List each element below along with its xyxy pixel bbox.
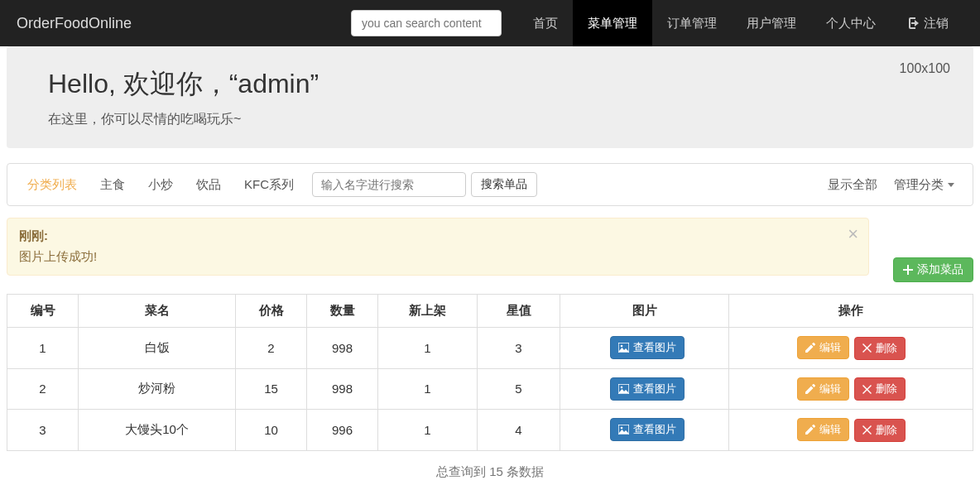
- nav-logout[interactable]: 注销: [891, 0, 963, 46]
- table-row: 2炒河粉1599815查看图片编辑删除: [7, 368, 973, 410]
- success-alert: 刚刚: 图片上传成功! ×: [7, 218, 869, 276]
- add-dish-wrap: 添加菜品: [888, 218, 973, 282]
- view-image-label: 查看图片: [633, 382, 676, 396]
- dish-table: 编号 菜名 价格 数量 新上架 星值 图片 操作 1白饭299813查看图片编辑…: [7, 294, 973, 451]
- cell-new: 1: [378, 328, 478, 369]
- cell-id: 2: [7, 368, 79, 410]
- show-all-link[interactable]: 显示全部: [819, 174, 886, 196]
- cell-price: 15: [236, 368, 307, 410]
- cell-new: 1: [378, 410, 478, 451]
- nav-user-manage[interactable]: 用户管理: [732, 0, 811, 46]
- footer-suffix: 条数据: [503, 464, 544, 478]
- add-dish-label: 添加菜品: [917, 262, 963, 277]
- tab-staple[interactable]: 主食: [90, 174, 135, 196]
- manage-category-dropdown[interactable]: 管理分类: [886, 174, 963, 196]
- cell-new: 1: [378, 368, 478, 410]
- tab-category-list[interactable]: 分类列表: [17, 174, 87, 196]
- welcome-subtitle: 在这里，你可以尽情的吃喝玩乐~: [48, 111, 932, 128]
- cell-name: 白饭: [79, 328, 236, 369]
- footer-count: 15: [489, 464, 503, 478]
- welcome-jumbotron: Hello, 欢迎你，“admin” 在这里，你可以尽情的吃喝玩乐~ 100x1…: [7, 46, 973, 148]
- table-header-row: 编号 菜名 价格 数量 新上架 星值 图片 操作: [7, 295, 973, 328]
- chevron-down-icon: [948, 183, 954, 187]
- table-row: 1白饭299813查看图片编辑删除: [7, 328, 973, 369]
- view-image-button[interactable]: 查看图片: [610, 418, 685, 441]
- edit-button[interactable]: 编辑: [797, 336, 849, 359]
- cell-ops: 编辑删除: [729, 410, 973, 451]
- tab-stirfry[interactable]: 小炒: [138, 174, 183, 196]
- cell-name: 大馒头10个: [79, 410, 236, 451]
- delete-button[interactable]: 删除: [854, 337, 906, 360]
- close-icon: [862, 343, 872, 353]
- col-ops: 操作: [729, 295, 973, 328]
- alert-close-icon[interactable]: ×: [848, 225, 858, 243]
- cell-star: 3: [478, 328, 560, 369]
- dish-search-input[interactable]: [312, 172, 466, 197]
- col-id: 编号: [7, 295, 79, 328]
- cell-image: 查看图片: [560, 410, 729, 451]
- cell-qty: 998: [307, 328, 378, 369]
- edit-button[interactable]: 编辑: [797, 377, 849, 401]
- nav-search-wrap: [351, 10, 502, 36]
- nav-home[interactable]: 首页: [518, 0, 573, 46]
- close-icon: [862, 385, 872, 394]
- edit-label: 编辑: [819, 340, 841, 355]
- close-icon: [862, 425, 872, 435]
- nav-logout-label: 注销: [924, 16, 949, 31]
- col-price: 价格: [236, 295, 307, 328]
- delete-button[interactable]: 删除: [854, 419, 906, 442]
- cell-price: 2: [236, 328, 307, 369]
- pencil-icon: [805, 384, 815, 394]
- col-name: 菜名: [79, 295, 236, 328]
- alert-line2: 图片上传成功!: [19, 249, 857, 265]
- footer-summary: 总查询到 15 条数据: [0, 451, 980, 485]
- alert-row: 刚刚: 图片上传成功! × 添加菜品: [7, 218, 973, 282]
- edit-label: 编辑: [819, 422, 841, 437]
- pencil-icon: [805, 425, 815, 435]
- cell-image: 查看图片: [560, 328, 729, 369]
- filter-head-right: 显示全部 管理分类: [819, 174, 963, 196]
- filter-panel: 分类列表 主食 小炒 饮品 KFC系列 搜索单品 显示全部 管理分类: [7, 163, 973, 206]
- brand-title: OrderFoodOnline: [17, 15, 132, 32]
- view-image-label: 查看图片: [633, 340, 676, 355]
- col-qty: 数量: [307, 295, 378, 328]
- filter-panel-head: 分类列表 主食 小炒 饮品 KFC系列 搜索单品 显示全部 管理分类: [7, 164, 973, 205]
- pencil-icon: [805, 343, 815, 353]
- view-image-button[interactable]: 查看图片: [610, 377, 685, 401]
- welcome-title: Hello, 欢迎你，“admin”: [48, 66, 932, 103]
- alert-line1: 刚刚:: [19, 228, 857, 244]
- cell-qty: 996: [307, 410, 378, 451]
- edit-label: 编辑: [819, 382, 841, 396]
- logout-icon: [906, 17, 919, 29]
- nav-profile[interactable]: 个人中心: [811, 0, 891, 46]
- edit-button[interactable]: 编辑: [797, 418, 849, 441]
- nav-search-input[interactable]: [351, 10, 502, 36]
- top-navbar: OrderFoodOnline 首页 菜单管理 订单管理 用户管理 个人中心 注…: [0, 0, 980, 46]
- cell-star: 4: [478, 410, 560, 451]
- delete-label: 删除: [876, 341, 897, 356]
- image-icon: [618, 384, 629, 394]
- delete-button[interactable]: 删除: [854, 377, 906, 401]
- cell-image: 查看图片: [560, 368, 729, 410]
- tab-kfc[interactable]: KFC系列: [234, 174, 304, 196]
- cell-star: 5: [478, 368, 560, 410]
- cell-price: 10: [236, 410, 307, 451]
- dish-search-button[interactable]: 搜索单品: [471, 172, 537, 197]
- svg-point-5: [620, 427, 622, 430]
- col-new: 新上架: [378, 295, 478, 328]
- nav-order-manage[interactable]: 订单管理: [652, 0, 732, 46]
- cell-id: 3: [7, 410, 79, 451]
- tab-drinks[interactable]: 饮品: [186, 174, 231, 196]
- table-row: 3大馒头10个1099614查看图片编辑删除: [7, 410, 973, 451]
- col-image: 图片: [560, 295, 729, 328]
- view-image-button[interactable]: 查看图片: [610, 336, 685, 359]
- nav-menu-manage[interactable]: 菜单管理: [573, 0, 652, 46]
- view-image-label: 查看图片: [633, 422, 676, 437]
- add-dish-button[interactable]: 添加菜品: [893, 257, 973, 282]
- image-icon: [618, 343, 629, 353]
- image-icon: [618, 425, 629, 435]
- cell-ops: 编辑删除: [729, 368, 973, 410]
- cell-id: 1: [7, 328, 79, 369]
- cell-ops: 编辑删除: [729, 328, 973, 369]
- cell-qty: 998: [307, 368, 378, 410]
